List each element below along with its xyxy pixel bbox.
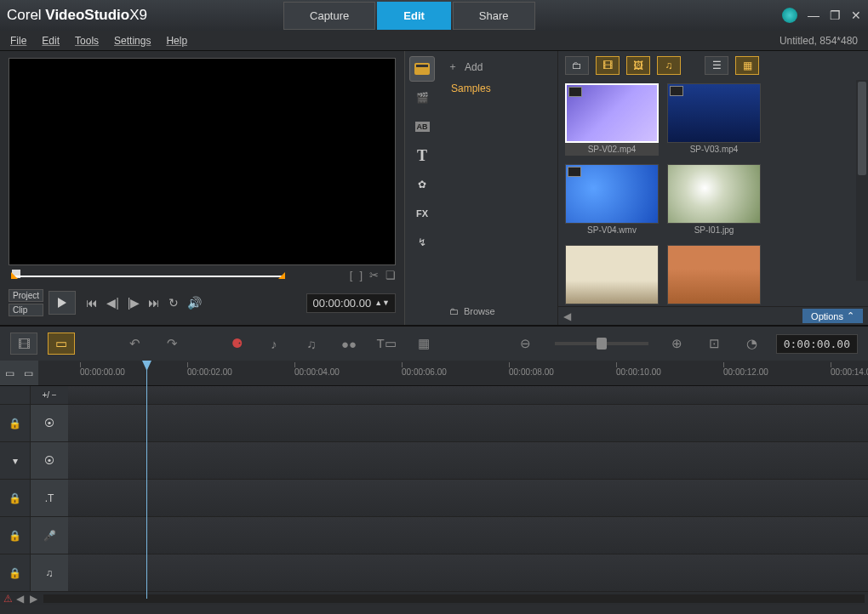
fit-project-button[interactable]: ⊡ bbox=[701, 333, 728, 355]
options-panel-button[interactable]: Options⌃ bbox=[802, 309, 863, 323]
media-label: SP-I03.jpg bbox=[667, 304, 761, 306]
video-badge-icon bbox=[568, 87, 582, 97]
track-lane-music[interactable] bbox=[68, 554, 868, 592]
tab-share[interactable]: Share bbox=[453, 2, 535, 30]
lib-nav-prev[interactable]: ◀ bbox=[563, 310, 571, 322]
view-thumb-button[interactable]: ▦ bbox=[735, 56, 759, 75]
zoom-slider[interactable] bbox=[555, 342, 648, 345]
volume-button[interactable]: 🔊 bbox=[187, 296, 202, 310]
folder-samples[interactable]: Samples bbox=[444, 77, 552, 99]
mode-project[interactable]: Project bbox=[9, 289, 43, 302]
lib-tab-graphic[interactable]: ✿ bbox=[409, 172, 435, 197]
media-item[interactable]: SP-V04.wmv bbox=[565, 164, 659, 236]
ruler-head-right[interactable]: ▭ bbox=[19, 361, 37, 385]
close-button[interactable]: ✕ bbox=[851, 9, 861, 22]
track-lane[interactable] bbox=[68, 386, 868, 405]
track-lock-icon[interactable]: 🔒 bbox=[0, 492, 30, 504]
subtitle-editor-button[interactable]: T▭ bbox=[373, 333, 400, 355]
tab-edit[interactable]: Edit bbox=[377, 2, 451, 30]
split-clip-button[interactable]: ✂ bbox=[369, 269, 379, 281]
tick-label: 00:00:08.00 bbox=[509, 367, 554, 377]
prev-frame-button[interactable]: ◀| bbox=[106, 296, 119, 310]
menu-edit[interactable]: Edit bbox=[42, 35, 60, 47]
timeline-scrollbar[interactable]: ⚠ ◀ ▶ bbox=[0, 592, 868, 605]
scroll-left-button[interactable]: ◀ bbox=[16, 593, 26, 605]
go-end-button[interactable]: ⏭ bbox=[148, 296, 160, 310]
lib-tab-title[interactable]: T bbox=[409, 143, 435, 168]
library-scrollbar[interactable] bbox=[856, 80, 868, 281]
timeline-timecode[interactable]: 0:00:00.00 bbox=[776, 334, 858, 354]
lib-tab-media[interactable] bbox=[409, 56, 435, 82]
undo-button[interactable]: ↶ bbox=[121, 333, 148, 355]
media-item[interactable]: SP-I02.jpg bbox=[565, 245, 659, 306]
menu-help[interactable]: Help bbox=[166, 35, 187, 47]
track-title-icon[interactable]: .T bbox=[30, 480, 68, 516]
storyboard-view-button[interactable]: 🎞 bbox=[10, 333, 37, 355]
add-folder-button[interactable]: ＋Add bbox=[444, 56, 552, 77]
lib-tab-instant[interactable]: 🎬 bbox=[409, 85, 435, 111]
import-media-button[interactable]: 🗀 bbox=[565, 56, 589, 75]
browse-button[interactable]: 🗀Browse bbox=[449, 306, 495, 316]
lib-tab-path[interactable]: ↯ bbox=[409, 230, 435, 255]
menu-file[interactable]: File bbox=[10, 35, 26, 47]
track-music-icon[interactable]: ♫ bbox=[30, 554, 68, 591]
playhead[interactable] bbox=[146, 361, 147, 599]
lib-tab-filter[interactable]: FX bbox=[409, 201, 435, 226]
track-add-remove[interactable]: +/ − bbox=[30, 386, 68, 404]
play-button[interactable] bbox=[49, 291, 76, 315]
media-item[interactable]: SP-V03.mp4 bbox=[667, 83, 761, 156]
mark-out-button[interactable]: ] bbox=[359, 269, 363, 281]
zoom-out-button[interactable]: ⊖ bbox=[512, 333, 540, 355]
track-lock-icon[interactable]: 🔒 bbox=[0, 530, 30, 542]
ruler-head-left[interactable]: ▭ bbox=[0, 361, 19, 385]
welcome-icon[interactable] bbox=[782, 8, 797, 23]
timeline-view-button[interactable]: ▭ bbox=[48, 333, 75, 355]
motion-track-button[interactable]: ●● bbox=[335, 333, 363, 355]
go-start-button[interactable]: ⏮ bbox=[86, 296, 98, 310]
media-item[interactable]: SP-I01.jpg bbox=[667, 164, 761, 236]
tab-capture[interactable]: Capture bbox=[283, 2, 375, 30]
redo-button[interactable]: ↷ bbox=[158, 333, 186, 355]
track-lane-overlay[interactable] bbox=[68, 442, 868, 480]
media-label: SP-V02.mp4 bbox=[565, 143, 659, 156]
multi-view-button[interactable]: ▦ bbox=[410, 333, 437, 355]
library-panel: 🎬 AB T ✿ FX ↯ ＋Add Samples 🗀Browse 🗀 🎞 🖼… bbox=[404, 51, 868, 325]
track-lane-video[interactable] bbox=[68, 405, 868, 442]
time-ruler[interactable]: 00:00:00.00 00:00:02.00 00:00:04.00 00:0… bbox=[77, 361, 868, 385]
auto-music-button[interactable]: ♫ bbox=[298, 333, 325, 355]
record-button[interactable]: ⚈ bbox=[223, 333, 250, 355]
player-timecode[interactable]: 00:00:00.00▲▼ bbox=[306, 293, 396, 313]
media-item[interactable]: SP-I03.jpg bbox=[667, 245, 761, 306]
scrub-track[interactable] bbox=[14, 276, 285, 277]
track-lock-icon[interactable]: 🔒 bbox=[0, 567, 30, 579]
repeat-button[interactable]: ↻ bbox=[168, 296, 179, 310]
minimize-button[interactable]: — bbox=[808, 9, 819, 22]
menu-tools[interactable]: Tools bbox=[75, 35, 99, 47]
sound-mixer-button[interactable]: ♪ bbox=[260, 333, 288, 355]
track-menu-icon[interactable]: ▾ bbox=[0, 455, 30, 467]
view-list-button[interactable]: ☰ bbox=[705, 56, 728, 75]
track-lane-voice[interactable] bbox=[68, 517, 868, 554]
lib-tab-transition[interactable]: AB bbox=[409, 114, 435, 139]
show-videos-button[interactable]: 🎞 bbox=[596, 56, 620, 75]
show-photos-button[interactable]: 🖼 bbox=[626, 56, 650, 75]
preview-viewport[interactable] bbox=[9, 58, 396, 265]
media-item[interactable]: SP-V02.mp4 bbox=[565, 83, 659, 156]
video-badge-icon bbox=[670, 86, 683, 96]
mark-out-icon[interactable] bbox=[278, 272, 285, 279]
snapshot-button[interactable]: ❏ bbox=[385, 269, 396, 281]
track-lane-title[interactable] bbox=[68, 480, 868, 517]
track-lock-icon[interactable]: 🔒 bbox=[0, 418, 30, 429]
mode-clip[interactable]: Clip bbox=[9, 304, 43, 316]
menu-settings[interactable]: Settings bbox=[114, 35, 151, 47]
next-frame-button[interactable]: |▶ bbox=[128, 296, 140, 310]
show-audio-button[interactable]: ♫ bbox=[657, 56, 681, 75]
mark-in-button[interactable]: [ bbox=[350, 269, 353, 281]
maximize-button[interactable]: ❐ bbox=[830, 9, 841, 22]
zoom-in-button[interactable]: ⊕ bbox=[664, 333, 691, 355]
track-video-icon[interactable]: ⦿ bbox=[30, 405, 68, 441]
track-overlay-icon[interactable]: ⦿ bbox=[30, 442, 68, 479]
mark-in-icon[interactable] bbox=[11, 272, 18, 279]
scroll-right-button[interactable]: ▶ bbox=[30, 593, 40, 605]
track-voice-icon[interactable]: 🎤 bbox=[30, 517, 68, 554]
